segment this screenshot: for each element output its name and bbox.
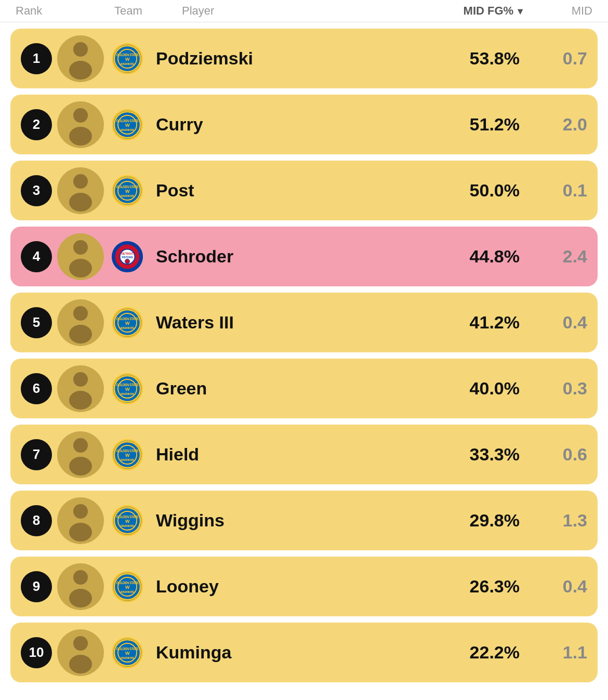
table-row[interactable]: 1 GOLDEN STATE W WARRIORS Podziemski53.8… (10, 29, 598, 88)
svg-text:GOLDEN STATE: GOLDEN STATE (116, 580, 139, 584)
mid-fg-value: 22.2% (405, 642, 520, 663)
player-avatar (57, 233, 104, 280)
table-row[interactable]: 6 GOLDEN STATE W WARRIORS Green40.0%0.3 (10, 359, 598, 418)
rank-badge: 2 (21, 109, 52, 140)
rank-badge: 7 (21, 439, 52, 470)
rank-badge: 3 (21, 175, 52, 206)
mid-fg-value: 51.2% (405, 114, 520, 135)
player-name: Wiggins (156, 510, 405, 531)
player-avatar (57, 299, 104, 346)
player-avatar (57, 497, 104, 544)
mid-value: 0.3 (520, 378, 587, 399)
mid-fg-value: 53.8% (405, 48, 520, 69)
svg-text:WARRIORS: WARRIORS (121, 458, 135, 461)
table-row[interactable]: 7 GOLDEN STATE W WARRIORS Hield33.3%0.6 (10, 425, 598, 484)
sort-arrow-icon[interactable]: ▼ (516, 6, 525, 17)
team-logo: GOLDEN STATE W WARRIORS (109, 635, 146, 671)
team-logo: GOLDEN STATE W WARRIORS (109, 305, 146, 341)
svg-point-64 (69, 655, 92, 673)
svg-point-63 (73, 636, 88, 651)
svg-text:WARRIORS: WARRIORS (121, 656, 135, 659)
svg-text:W: W (125, 584, 130, 589)
svg-text:GOLDEN STATE: GOLDEN STATE (116, 448, 139, 452)
player-name: Green (156, 378, 405, 399)
svg-text:W: W (125, 56, 130, 61)
warriors-logo-icon: GOLDEN STATE W WARRIORS (112, 307, 143, 338)
warriors-logo-icon: GOLDEN STATE W WARRIORS (112, 505, 143, 536)
warriors-logo-icon: GOLDEN STATE W WARRIORS (112, 175, 143, 206)
svg-text:GOLDEN STATE: GOLDEN STATE (116, 382, 139, 386)
svg-text:WARRIORS: WARRIORS (121, 392, 135, 395)
mid-fg-value: 41.2% (405, 312, 520, 333)
player-avatar (57, 35, 104, 82)
svg-point-22 (69, 259, 92, 278)
svg-point-42 (73, 438, 88, 453)
table-row[interactable]: 5 GOLDEN STATE W WARRIORS Waters III41.2… (10, 293, 598, 352)
table-row[interactable]: 8 GOLDEN STATE W WARRIORS Wiggins29.8%1.… (10, 491, 598, 550)
player-name: Waters III (156, 312, 405, 333)
svg-point-7 (73, 108, 88, 123)
mid-value: 0.4 (520, 312, 587, 333)
svg-point-43 (69, 457, 92, 476)
mid-fg-header: MID FG%▼ (411, 4, 525, 18)
rank-badge: 1 (21, 43, 52, 74)
player-name: Curry (156, 114, 405, 135)
mid-fg-value: 29.8% (405, 510, 520, 531)
player-avatar (57, 629, 104, 676)
svg-text:GOLDEN STATE: GOLDEN STATE (116, 514, 139, 518)
player-header: Player (182, 4, 411, 18)
table-row[interactable]: 10 GOLDEN STATE W WARRIORS Kuminga22.2%1… (10, 623, 598, 682)
svg-point-56 (73, 570, 88, 585)
player-name: Looney (156, 576, 405, 597)
table-row[interactable]: 9 GOLDEN STATE W WARRIORS Looney26.3%0.4 (10, 557, 598, 616)
player-name: Schroder (156, 246, 405, 267)
team-logo: GOLDEN STATE W WARRIORS (109, 437, 146, 473)
table-row[interactable]: 4 DETROIT PISTONS Schroder44.8%2.4 (10, 227, 598, 286)
mid-header: MID (525, 4, 592, 18)
svg-text:W: W (125, 650, 130, 655)
player-avatar (57, 167, 104, 214)
team-logo: GOLDEN STATE W WARRIORS (109, 107, 146, 143)
player-name: Kuminga (156, 642, 405, 663)
svg-text:GOLDEN STATE: GOLDEN STATE (116, 316, 139, 320)
table-row[interactable]: 2 GOLDEN STATE W WARRIORS Curry51.2%2.0 (10, 95, 598, 154)
mid-fg-value: 50.0% (405, 180, 520, 201)
team-logo: DETROIT PISTONS (109, 239, 146, 275)
table-row[interactable]: 3 GOLDEN STATE W WARRIORS Post50.0%0.1 (10, 161, 598, 220)
svg-text:WARRIORS: WARRIORS (121, 590, 135, 593)
mid-fg-value: 44.8% (405, 246, 520, 267)
player-list: 1 GOLDEN STATE W WARRIORS Podziemski53.8… (0, 22, 608, 689)
player-avatar (57, 431, 104, 478)
svg-text:W: W (125, 320, 130, 325)
warriors-logo-icon: GOLDEN STATE W WARRIORS (112, 43, 143, 74)
svg-text:W: W (125, 518, 130, 523)
svg-point-49 (73, 504, 88, 519)
player-name: Podziemski (156, 48, 405, 69)
svg-text:WARRIORS: WARRIORS (121, 524, 135, 527)
svg-point-15 (69, 193, 92, 212)
mid-value: 1.1 (520, 642, 587, 663)
svg-point-35 (73, 372, 88, 387)
svg-point-21 (73, 240, 88, 255)
svg-text:GOLDEN STATE: GOLDEN STATE (116, 184, 139, 188)
team-logo: GOLDEN STATE W WARRIORS (109, 569, 146, 605)
warriors-logo-icon: GOLDEN STATE W WARRIORS (112, 637, 143, 668)
mid-fg-value: 33.3% (405, 444, 520, 465)
warriors-logo-icon: GOLDEN STATE W WARRIORS (112, 439, 143, 470)
rank-badge: 6 (21, 373, 52, 404)
svg-point-29 (69, 325, 92, 344)
svg-text:W: W (125, 122, 130, 127)
svg-point-57 (69, 589, 92, 607)
mid-value: 0.7 (520, 48, 587, 69)
mid-value: 1.3 (520, 510, 587, 531)
svg-text:WARRIORS: WARRIORS (121, 62, 135, 65)
rank-badge: 10 (21, 637, 52, 668)
svg-text:DETROIT: DETROIT (121, 252, 134, 255)
player-avatar (57, 101, 104, 148)
table-header: Rank Team Player MID FG%▼ MID (0, 0, 608, 22)
mid-value: 2.4 (520, 246, 587, 267)
svg-point-36 (69, 391, 92, 410)
svg-point-50 (69, 523, 92, 541)
team-logo: GOLDEN STATE W WARRIORS (109, 503, 146, 539)
mid-value: 0.1 (520, 180, 587, 201)
